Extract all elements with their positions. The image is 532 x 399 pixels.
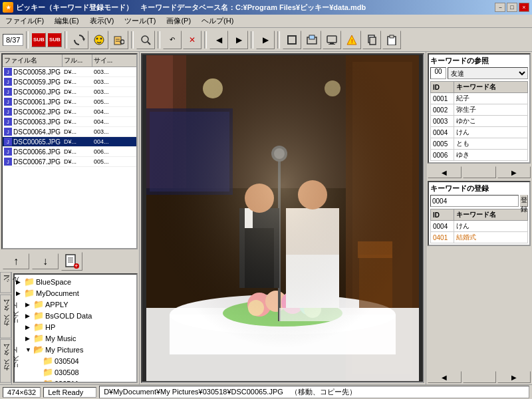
file-list-row[interactable]: J DSC00066.JPG D¥... 006... (3, 147, 136, 157)
file-list-body[interactable]: J DSC00058.JPG D¥... 003... J DSC00059.J… (3, 67, 136, 248)
menu-help[interactable]: ヘルプ(H) (199, 15, 236, 27)
toolbar-btn-rotate[interactable] (70, 31, 88, 49)
tree-item[interactable]: 📁 030511 (35, 378, 135, 382)
folder-tree[interactable]: ▶ 📁 BlueSpace ▶ 📁 MyDocument ▶ 📁 APPLY ▶… (15, 275, 136, 382)
toolbar-btn-copy[interactable] (362, 31, 381, 49)
file-list-row[interactable]: J DSC00063.JPG D¥... 004... (3, 117, 136, 127)
keyword-ref-next-button[interactable]: ▶ (497, 166, 531, 178)
side-tab-custom2[interactable]: カスタムリスト (0, 339, 11, 383)
keyword-reg-row[interactable]: 0401 結婚式 (431, 232, 528, 243)
kw-ref-id: 0004 (431, 127, 454, 138)
keyword-ref-row[interactable]: 0004 けん (431, 127, 528, 138)
kw-ref-name: 弥生子 (454, 104, 528, 116)
tree-item[interactable]: ▼ 📂 My Pictures (25, 344, 135, 355)
tree-item[interactable]: ▶ 📁 MyDocument (16, 287, 135, 299)
menu-tools[interactable]: ツール(T) (122, 15, 158, 27)
keyword-id-box[interactable]: 00 (430, 67, 446, 79)
toolbar-btn-face[interactable] (90, 31, 108, 49)
keyword-reg-header-name: キーワード名 (454, 209, 528, 221)
keyword-ref-header: 00 友達 (430, 67, 528, 79)
toolbar-btn-search[interactable] (110, 31, 128, 49)
tree-item[interactable]: ▶ 📁 BsGOLD Data (25, 310, 135, 321)
toolbar-btn-warning[interactable]: ! (342, 31, 361, 49)
svg-rect-19 (370, 37, 376, 45)
kw-ref-name: ゆき (454, 150, 528, 161)
tree-item-label: My Pictures (45, 346, 83, 354)
tree-item[interactable]: 📁 030508 (35, 366, 135, 378)
toolbar-btn-sub2[interactable]: SUB (47, 33, 62, 47)
keyword-reg-next-button[interactable]: ▶ (497, 371, 531, 383)
file-list-row[interactable]: J DSC00059.JPG D¥... 003... (3, 77, 136, 87)
maximize-button[interactable]: □ (507, 3, 517, 12)
keyword-ref-row[interactable]: 0005 とも (431, 138, 528, 150)
file-list-row[interactable]: J DSC00064.JPG D¥... 003... (3, 127, 136, 137)
tree-item[interactable]: ▶ 📁 HP (25, 321, 135, 332)
file-list-row[interactable]: J DSC00065.JPG D¥... 004... (3, 137, 136, 147)
keyword-ref-prev-button[interactable]: ◀ (428, 166, 462, 178)
svg-rect-10 (288, 36, 296, 44)
sort-up-button[interactable]: ↑ (3, 253, 29, 269)
keyword-ref-row[interactable]: 0001 紀子 (431, 93, 528, 104)
tree-item[interactable]: ▶ 📁 My Music (25, 332, 135, 344)
image-display-area (141, 53, 424, 383)
toolbar-btn-next[interactable]: ▶ (229, 31, 248, 49)
file-name: DSC00059.JPG (13, 78, 61, 86)
sort-down-button[interactable]: ↓ (32, 253, 59, 269)
toolbar-btn-paste[interactable] (382, 31, 401, 49)
keyword-ref-row[interactable]: 0002 弥生子 (431, 104, 528, 116)
toolbar-btn-play[interactable]: ▶ (256, 31, 275, 49)
file-size: 003... (92, 68, 119, 76)
toolbar-btn-stop[interactable]: ✕ (183, 31, 201, 49)
file-list-row[interactable]: J DSC00061.JPG D¥... 005... (3, 97, 136, 107)
keyword-reg-center-button[interactable] (463, 371, 496, 383)
side-tab-seal[interactable]: シール (0, 272, 11, 293)
toolbar-btn-magnify[interactable] (136, 31, 155, 49)
file-list-header: ファイル名 フル... サイ... (3, 55, 136, 67)
file-list-row[interactable]: J DSC00062.JPG D¥... 004... (3, 107, 136, 117)
side-tab-custom1[interactable]: カスタムリスト (0, 295, 11, 338)
tree-item-label: 030508 (55, 368, 79, 376)
keyword-category-select[interactable]: 友達 (448, 67, 528, 79)
toolbar-btn-square1[interactable] (283, 31, 301, 49)
keyword-ref-row[interactable]: 0003 ゆかこ (431, 116, 528, 127)
file-list-row[interactable]: J DSC00060.JPG D¥... 003... (3, 87, 136, 97)
file-icon: J (4, 68, 12, 76)
menu-edit[interactable]: 編集(E) (52, 15, 82, 27)
folder-icon: 📁 (33, 311, 44, 321)
file-list-row[interactable]: J DSC00058.JPG D¥... 003... (3, 67, 136, 77)
register-icon-button[interactable]: + (61, 252, 82, 271)
col-fullpath: フル... (63, 55, 92, 66)
file-path: D¥... (63, 148, 92, 156)
file-list-row[interactable]: J DSC00067.JPG D¥... 005... (3, 157, 136, 167)
toolbar-btn-display[interactable] (323, 31, 341, 49)
svg-point-8 (142, 36, 148, 43)
tree-item[interactable]: ▶ 📁 APPLY (25, 299, 135, 310)
menu-view[interactable]: 表示(V) (87, 15, 117, 27)
toolbar-btn-prev[interactable]: ◀ (209, 31, 228, 49)
keyword-ref-center-button[interactable] (463, 166, 496, 178)
keyword-ref-row[interactable]: 0006 ゆき (431, 150, 528, 161)
toolbar-btn-undo[interactable]: ↶ (163, 31, 182, 49)
svg-text:+: + (74, 263, 78, 269)
menu-file[interactable]: ファイル(F) (3, 15, 47, 27)
kw-ref-name: 紀子 (454, 93, 528, 104)
minimize-button[interactable]: － (495, 3, 505, 12)
app-icon: ★ (3, 2, 13, 13)
file-icon: J (4, 108, 12, 116)
main-area: ファイル名 フル... サイ... J DSC00058.JPG D¥... 0… (0, 52, 532, 384)
file-path: D¥... (63, 98, 92, 106)
folder-icon: 📁 (24, 288, 35, 298)
menu-image[interactable]: 画像(P) (164, 15, 194, 27)
keyword-reg-row[interactable]: 0004 けん (431, 221, 528, 232)
keyword-reg-input[interactable] (430, 195, 519, 207)
keyword-reg-button[interactable]: 登録 (520, 195, 528, 207)
close-button[interactable]: × (519, 3, 529, 12)
keyword-reg-prev-button[interactable]: ◀ (428, 371, 462, 383)
kw-ref-name: ゆかこ (454, 116, 528, 127)
file-icon: J (4, 138, 12, 146)
file-path: D¥... (63, 108, 92, 116)
toolbar-btn-sub1[interactable]: SUB (31, 33, 46, 47)
tree-item[interactable]: ▶ 📁 BlueSpace (16, 276, 135, 287)
toolbar-btn-square2[interactable] (303, 31, 321, 49)
tree-item[interactable]: 📁 030504 (35, 355, 135, 366)
